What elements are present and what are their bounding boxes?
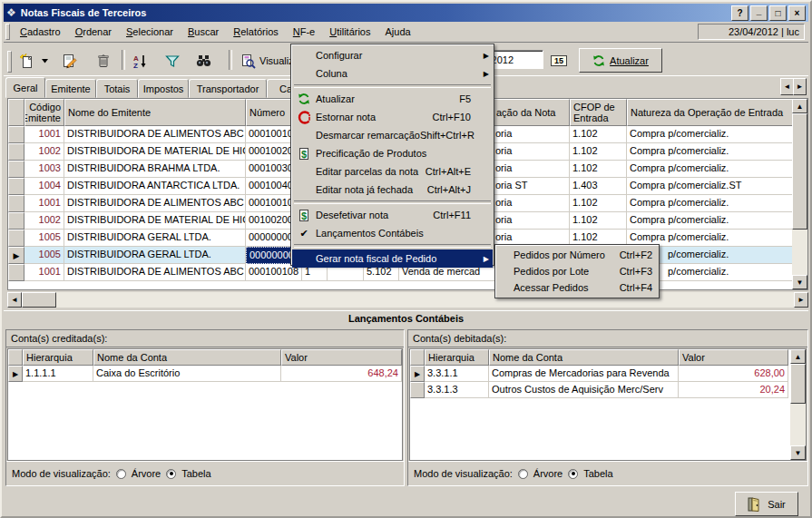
row-indicator[interactable] [8,212,24,230]
tab-geral[interactable]: Geral [5,77,45,98]
cell-hierarquia[interactable]: 3.3.1.3 [425,382,489,398]
cell-nome[interactable]: DISTRIBUIDORA GERAL LTDA. [64,247,246,264]
vscroll-thumb[interactable] [792,113,807,230]
help-button[interactable]: ? [731,5,748,21]
scroll-left-icon[interactable]: ◄ [7,292,22,308]
account-row[interactable]: 3.3.1.3Outros Custos de Aquisição Merc/S… [410,382,788,398]
new-note-dropdown[interactable] [38,48,52,73]
cell-cfop[interactable]: 1.102 [570,195,627,212]
cell-hierarquia[interactable]: 1.1.1.1 [23,366,93,382]
account-row[interactable]: ▶3.3.1.1Compras de Mercadorias para Reve… [410,366,788,382]
edit-note-button[interactable] [56,48,82,73]
row-indicator[interactable] [8,264,24,281]
scroll-down-icon[interactable]: ▼ [792,275,807,289]
delete-note-button[interactable] [91,48,116,73]
tab-scroll-left[interactable]: ◄ [780,78,794,95]
menu-item-estornar-nota[interactable]: Estornar notaCtrl+F10 [292,108,493,126]
cell-codigo[interactable]: 1002 [24,212,64,230]
cell-nome[interactable]: DISTRIBUIDORA DE ALIMENTOS ABC LTDA. [64,126,246,143]
cell-nome[interactable]: DISTRIBUIDORA ANTARCTICA LTDA. [64,178,246,195]
cell-codigo[interactable]: 1002 [24,143,64,161]
cell-nome[interactable]: DISTRIBUIDORA BRAHMA LTDA. [64,161,246,178]
header-codigo[interactable]: CódigoEmitente [24,99,64,126]
radio-arvore[interactable] [116,469,126,479]
grid-vertical-scrollbar[interactable]: ▲ ▼ [792,99,807,289]
cell-nome[interactable]: DISTRIBUIDORA GERAL LTDA. [64,230,246,247]
menubar-item-selecionar[interactable]: Selecionar [119,24,181,40]
row-indicator[interactable] [8,230,24,247]
menu-item-editar-nota-ja-fechada[interactable]: Editar nota já fechadaCtrl+Alt+J [292,181,493,199]
menubar-item-buscar[interactable]: Buscar [181,24,226,40]
new-note-button[interactable] [14,48,39,73]
cell-nome-conta[interactable]: Compras de Mercadorias para Revenda [489,366,679,382]
radio-tabela[interactable] [166,469,176,479]
hscroll-thumb[interactable] [22,292,56,308]
cell-valor[interactable]: 20,24 [679,382,788,398]
cell-valor[interactable]: 628,00 [679,366,788,382]
menubar-item-ajuda[interactable]: Ajuda [377,24,417,40]
scroll-up-icon[interactable]: ▲ [792,99,807,113]
sort-button[interactable]: A Z [127,48,152,73]
maximize-button[interactable]: □ [769,5,787,21]
radio-arvore[interactable] [518,469,528,479]
cell-nome-conta[interactable]: Caixa do Escritório [93,366,281,382]
submenu-item-pedidos-por-numero[interactable]: Pedidos por NúmeroCtrl+F2 [496,247,658,263]
account-header-hierarquia[interactable]: Hierarquia [23,349,93,366]
account-header-nome-da-conta[interactable]: Nome da Conta [489,349,679,366]
menu-item-gerar-nota-fiscal-de-pedido[interactable]: Gerar nota fiscal de Pedido▶ [292,249,493,268]
tab-scroll-right[interactable]: ► [793,78,807,95]
row-indicator[interactable] [8,195,24,212]
cell-cfop[interactable]: 1.102 [570,126,627,143]
menu-item-configurar[interactable]: Configurar▶ [292,46,493,64]
menu-item-coluna[interactable]: Coluna▶ [292,64,493,83]
cell-cfop[interactable]: 1.102 [570,143,627,161]
cell-nome[interactable]: DISTRIBUIDORA DE ALIMENTOS ABC LTDA. [64,195,246,212]
cell-nome[interactable]: DISTRIBUIDORA DE MATERIAL DE HIGIENE [64,143,246,161]
menu-item-editar-parcelas-da-nota[interactable]: Editar parcelas da notaCtrl+Alt+E [292,162,493,181]
tab-emitente[interactable]: Emitente [45,79,96,98]
cell-codigo[interactable]: 1005 [24,230,64,247]
cell-cfop[interactable]: 1.102 [570,212,627,230]
row-indicator[interactable] [8,143,24,161]
atualizar-button[interactable]: Atualizar [579,48,662,73]
menubar-item-ordenar[interactable]: Ordenar [68,24,119,40]
scroll-up-icon[interactable]: ▲ [790,349,806,364]
account-vertical-scrollbar[interactable]: ▲▼ [790,349,806,460]
row-indicator[interactable] [8,126,24,143]
filter-button[interactable] [160,48,185,73]
radio-tabela-label[interactable]: Tabela [583,468,612,479]
cell-natureza[interactable]: Compra p/comercializ. [627,212,794,230]
row-indicator[interactable] [8,161,24,178]
tab-transportador[interactable]: Transportador [189,79,267,98]
cell-natureza[interactable]: Compra p/comercializ.ST [627,178,794,195]
minimize-button[interactable]: _ [750,5,768,21]
menu-item-atualizar[interactable]: AtualizarF5 [292,90,493,108]
row-indicator[interactable]: ▶ [8,247,24,264]
menu-item-lancamentos-contabeis[interactable]: ✔Lançamentos Contábeis [292,224,493,242]
cell-valor[interactable]: 648,24 [281,366,402,382]
calendar-button[interactable]: 15 [545,50,572,71]
search-button[interactable] [191,48,216,73]
account-header-valor[interactable]: Valor [281,349,402,366]
grid-horizontal-scrollbar[interactable]: ◄ ► [7,292,808,308]
vscroll-thumb[interactable] [790,364,806,404]
cell-codigo[interactable]: 1001 [24,264,64,281]
header-indicator[interactable] [8,99,24,126]
radio-arvore-label[interactable]: Árvore [132,468,161,479]
menubar-item-nf-e[interactable]: NF-e [286,24,322,40]
cell-codigo[interactable]: 1001 [24,195,64,212]
cell-nome[interactable]: DISTRIBUIDORA DE ALIMENTOS ABC LTDA. [64,264,246,281]
cell-cfop[interactable]: 1.403 [570,178,627,195]
sair-button[interactable]: Sair [735,492,798,516]
cell-hierarquia[interactable]: 3.3.1.1 [425,366,489,382]
scroll-right-icon[interactable]: ► [794,292,808,308]
menubar-item-relatorios[interactable]: Relatórios [226,24,286,40]
account-header-hierarquia[interactable]: Hierarquia [425,349,489,366]
menu-item-desmarcar-remarcacao[interactable]: Desmarcar remarcaçãoShift+Ctrl+R [292,126,493,144]
cell-natureza[interactable]: Compra p/comercializ. [627,143,794,161]
submenu-item-acessar-pedidos[interactable]: Acessar PedidosCtrl+F4 [496,279,658,296]
radio-arvore-label[interactable]: Árvore [533,468,563,479]
menu-item-desefetivar-nota[interactable]: $Desefetivar notaCtrl+F11 [292,206,493,224]
cell-codigo[interactable]: 1001 [24,126,64,143]
header-cfop[interactable]: CFOP deEntrada [570,99,627,126]
